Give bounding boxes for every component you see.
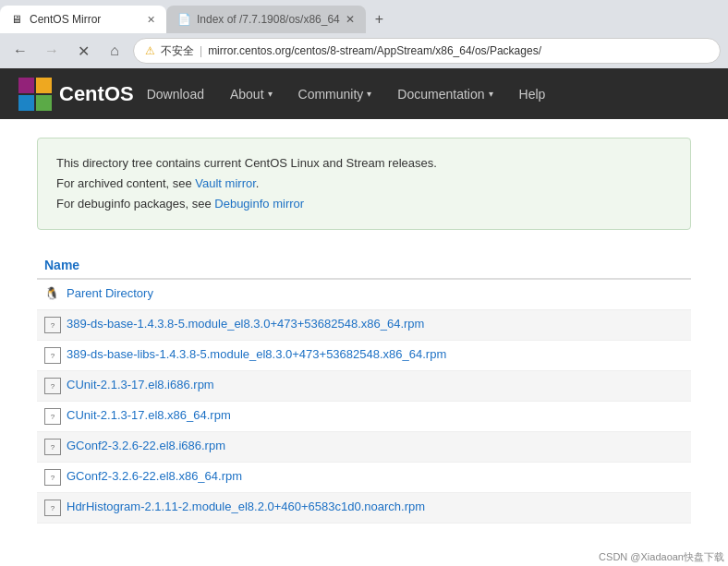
back-button[interactable]: ← [7, 38, 33, 64]
nav-about-arrow: ▾ [268, 89, 273, 99]
address-separator: | [200, 44, 202, 57]
info-line1: This directory tree contains current Cen… [56, 156, 437, 170]
address-text[interactable]: mirror.centos.org/centos/8-stream/AppStr… [208, 44, 709, 57]
nav-download-label: Download [147, 87, 204, 102]
forward-button[interactable]: → [39, 38, 65, 64]
nav-documentation-arrow: ▾ [489, 89, 493, 99]
file-listing-table: Name 🐧Parent Directory?389-ds-base-1.4.3… [37, 252, 691, 524]
nav-about-label: About [230, 87, 264, 102]
rpm-icon: ? [44, 469, 61, 486]
nav-about[interactable]: About ▾ [217, 68, 285, 119]
table-row: ?CUnit-2.1.3-17.el8.x86_64.rpm [37, 402, 691, 432]
site-navigation: CentOS Download About ▾ Community ▾ Docu… [0, 68, 728, 119]
reload-button[interactable]: ✕ [70, 38, 96, 64]
nav-documentation-label: Documentation [397, 87, 484, 102]
logo-square-purple [18, 78, 34, 93]
file-link[interactable]: CUnit-2.1.3-17.el8.i686.rpm [67, 379, 214, 392]
table-row: ?HdrHistogram-2.1.11-2.module_el8.2.0+46… [37, 493, 691, 524]
tab2-close-button[interactable]: ✕ [346, 13, 355, 26]
tab2-favicon: 📄 [177, 13, 191, 26]
file-link[interactable]: GConf2-3.2.6-22.el8.i686.rpm [67, 440, 225, 453]
info-line2-prefix: For archived content, see [56, 176, 195, 190]
nav-download[interactable]: Download [134, 68, 217, 119]
rpm-icon: ? [44, 378, 61, 394]
info-line2-suffix: . [256, 176, 260, 190]
logo-square-blue [18, 95, 34, 111]
site-logo[interactable]: CentOS [18, 78, 134, 111]
table-row: ?389-ds-base-1.4.3.8-5.module_el8.3.0+47… [37, 310, 691, 341]
centos-logo-icon [18, 78, 52, 111]
browser-chrome: 🖥 CentOS Mirror ✕ 📄 Index of /7.7.1908/o… [0, 0, 728, 68]
rpm-icon: ? [44, 317, 61, 333]
file-link[interactable]: GConf2-3.2.6-22.el8.x86_64.rpm [67, 470, 242, 484]
nav-documentation[interactable]: Documentation ▾ [384, 68, 505, 119]
debuginfo-mirror-link[interactable]: Debuginfo mirror [214, 197, 304, 211]
table-row: ?CUnit-2.1.3-17.el8.i686.rpm [37, 371, 691, 402]
table-row: 🐧Parent Directory [37, 279, 691, 310]
rpm-icon: ? [44, 347, 61, 364]
nav-community[interactable]: Community ▾ [285, 68, 385, 119]
parent-directory-link[interactable]: Parent Directory [67, 287, 153, 301]
new-tab-button[interactable]: + [366, 6, 393, 33]
logo-square-yellow [36, 78, 52, 93]
inactive-tab[interactable]: 📄 Index of /7.7.1908/os/x86_64 ✕ [166, 6, 366, 33]
tab-favicon: 🖥 [11, 13, 24, 26]
nav-help-label: Help [519, 87, 546, 102]
table-row: ?389-ds-base-libs-1.4.3.8-5.module_el8.3… [37, 341, 691, 371]
file-link[interactable]: CUnit-2.1.3-17.el8.x86_64.rpm [67, 409, 231, 423]
file-link[interactable]: HdrHistogram-2.1.11-2.module_el8.2.0+460… [67, 500, 425, 514]
active-tab[interactable]: 🖥 CentOS Mirror ✕ [0, 6, 166, 33]
address-bar[interactable]: ⚠ 不安全 | mirror.centos.org/centos/8-strea… [133, 38, 721, 64]
file-link[interactable]: 389-ds-base-libs-1.4.3.8-5.module_el8.3.… [67, 348, 446, 362]
tab-bar: 🖥 CentOS Mirror ✕ 📄 Index of /7.7.1908/o… [0, 0, 728, 33]
security-warning-icon: ⚠ [145, 44, 155, 57]
info-box: This directory tree contains current Cen… [37, 138, 691, 230]
logo-square-green [36, 95, 52, 111]
tab2-title: Index of /7.7.1908/os/x86_64 [197, 13, 340, 26]
nav-help[interactable]: Help [506, 68, 559, 119]
nav-community-label: Community [298, 87, 364, 102]
vault-mirror-link[interactable]: Vault mirror [195, 176, 256, 190]
address-bar-row: ← → ✕ ⌂ ⚠ 不安全 | mirror.centos.org/centos… [0, 33, 728, 68]
rpm-icon: ? [44, 500, 61, 516]
folder-icon: 🐧 [44, 286, 61, 303]
file-link[interactable]: 389-ds-base-1.4.3.8-5.module_el8.3.0+473… [67, 318, 424, 331]
name-column-header: Name [37, 252, 691, 279]
nav-community-arrow: ▾ [367, 89, 371, 99]
logo-text: CentOS [59, 82, 134, 106]
table-row: ?GConf2-3.2.6-22.el8.x86_64.rpm [37, 463, 691, 493]
tab-close-button[interactable]: ✕ [147, 14, 155, 26]
rpm-icon: ? [44, 439, 61, 455]
security-warning-text: 不安全 [161, 43, 194, 59]
tab-title: CentOS Mirror [30, 13, 141, 26]
table-row: ?GConf2-3.2.6-22.el8.i686.rpm [37, 432, 691, 463]
info-line3-prefix: For debuginfo packages, see [56, 197, 214, 211]
home-button[interactable]: ⌂ [102, 38, 127, 64]
page-content: This directory tree contains current Cen… [0, 119, 728, 542]
rpm-icon: ? [44, 408, 61, 425]
